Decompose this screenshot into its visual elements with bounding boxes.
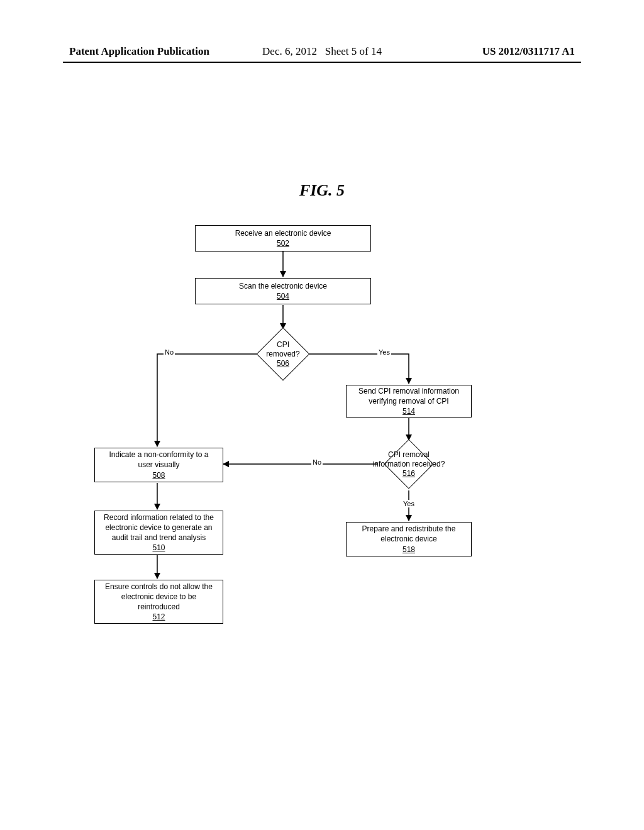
- figure-title: FIG. 5: [0, 181, 644, 200]
- d516-l2: information received?: [373, 460, 445, 469]
- diamond-506: CPI removed? 506: [264, 335, 302, 373]
- box-514: Send CPI removal information verifying r…: [346, 385, 472, 418]
- label-506-yes: Yes: [377, 348, 391, 356]
- d506-l1: CPI: [277, 340, 289, 350]
- label-506-no: No: [164, 348, 175, 356]
- box-504-text: Scan the electronic device: [199, 281, 367, 291]
- box-518: Prepare and redistribute the electronic …: [346, 522, 472, 556]
- box-508: Indicate a non-conformity to a user visu…: [94, 448, 223, 482]
- box-502: Receive an electronic device 502: [195, 225, 371, 252]
- d516-num: 516: [402, 469, 415, 479]
- box-510-l1: Record information related to the: [99, 512, 219, 523]
- d506-l2: removed?: [266, 350, 299, 359]
- box-518-l2: electronic device: [350, 534, 467, 544]
- box-512-l1: Ensure controls do not allow the: [99, 582, 219, 592]
- header-mid: Dec. 6, 2012 Sheet 5 of 14: [262, 45, 382, 58]
- box-512-l3: reintroduced: [99, 602, 219, 612]
- box-514-l1: Send CPI removal information: [350, 386, 467, 396]
- page-header: Patent Application Publication Dec. 6, 2…: [0, 45, 644, 58]
- header-date: Dec. 6, 2012: [262, 45, 317, 57]
- header-rule: [63, 62, 581, 63]
- box-508-l2: user visually: [99, 460, 219, 470]
- label-516-no: No: [311, 458, 323, 466]
- header-right: US 2012/0311717 A1: [482, 45, 575, 58]
- box-508-num: 508: [99, 470, 219, 480]
- d516-l1: CPI removal: [388, 450, 430, 460]
- label-516-yes: Yes: [402, 500, 416, 507]
- box-512: Ensure controls do not allow the electro…: [94, 580, 223, 624]
- flowchart: Receive an electronic device 502 Scan th…: [88, 214, 566, 679]
- box-510-l3: audit trail and trend analysis: [99, 533, 219, 543]
- box-514-l2: verifying removal of CPI: [350, 396, 467, 406]
- box-502-text: Receive an electronic device: [199, 228, 367, 238]
- diamond-516: CPI removal information received? 516: [391, 446, 426, 482]
- box-510-num: 510: [99, 543, 219, 553]
- box-510-l2: electronic device to generate an: [99, 523, 219, 533]
- box-514-num: 514: [350, 406, 467, 416]
- box-518-num: 518: [350, 545, 467, 555]
- header-sheet: Sheet 5 of 14: [325, 45, 382, 57]
- box-504-num: 504: [199, 291, 367, 301]
- box-502-num: 502: [199, 238, 367, 248]
- box-512-l2: electronic device to be: [99, 592, 219, 602]
- box-510: Record information related to the electr…: [94, 511, 223, 555]
- box-504: Scan the electronic device 504: [195, 278, 371, 304]
- d506-num: 506: [277, 359, 289, 368]
- box-518-l1: Prepare and redistribute the: [350, 524, 467, 534]
- header-left: Patent Application Publication: [69, 45, 209, 58]
- box-508-l1: Indicate a non-conformity to a: [99, 450, 219, 460]
- box-512-num: 512: [99, 612, 219, 622]
